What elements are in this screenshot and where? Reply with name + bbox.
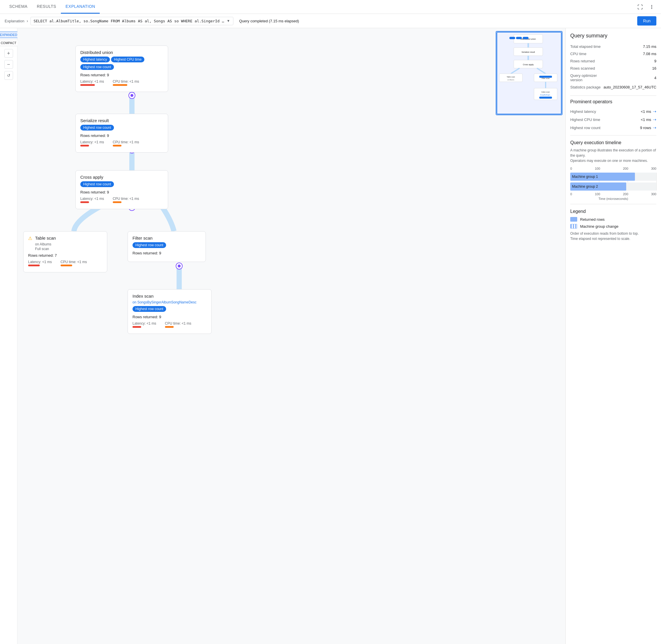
cpu-bar-du [113,84,127,86]
prominent-row: Highest latency <1 ms ⇢ [570,107,656,115]
cpu-bar-is [165,326,174,328]
summary-row: Rows scanned16 [570,65,656,72]
badge-highest-cpu: Highest CPU time [111,56,144,62]
metric-cpu-du: CPU time: <1 ms [113,79,139,86]
node-metrics-serialize: Latency: <1 ms CPU time: <1 ms [80,140,163,146]
metric-latency-label-ts: Latency: <1 ms [28,260,52,264]
node-metrics-index-scan: Latency: <1 ms CPU time: <1 ms [133,321,207,328]
node-sub-table-scan-2: Full scan [35,247,56,251]
badge-row-index-scan: Highest row count [133,306,207,314]
node-metrics-distributed-union: Latency: <1 ms CPU time: <1 ms [80,79,163,86]
summary-row-label: CPU time [570,50,604,58]
timeline-title: Query execution timeline [570,140,656,145]
prominent-link-icon[interactable]: ⇢ [653,125,656,130]
cpu-bar-sr [113,145,121,146]
tab-results[interactable]: RESULTS [32,0,61,14]
legend-box-returned-rows [570,217,577,222]
zoom-reset-button[interactable]: ↺ [4,71,13,80]
tab-icon-group [636,2,656,12]
latency-bar-ts [28,264,40,266]
summary-row: Total elapsed time7.15 ms [570,43,656,50]
node-sub-table-scan-1: on Albums [35,242,56,246]
zoom-out-button[interactable]: − [4,60,13,69]
summary-row-label: Rows returned [570,58,604,65]
badge-highest-row-ca: Highest row count [80,181,114,187]
query-selector[interactable]: SELECT al.AlbumTitle, so.SongName FROM A… [30,17,233,25]
node-rows-table-scan: Rows returned: 7 [28,253,102,258]
breadcrumb-label: Explanation [5,19,24,23]
zoom-in-button[interactable]: + [4,49,13,58]
summary-row-value: auto_20230608_17_57_46UTC [604,84,656,91]
svg-text:Serialize result: Serialize result [522,51,535,53]
metric-cpu-label-ts: CPU time: <1 ms [61,260,87,264]
node-rows-filter-scan: Rows returned: 9 [133,251,201,255]
prominent-link-icon[interactable]: ⇢ [653,109,656,114]
index-link[interactable]: on SongsBySingerAlbumSongNameDesc [133,300,196,304]
cpu-bar-ca [113,201,121,203]
svg-rect-15 [516,37,522,39]
timeline-desc-text: A machine group illustrates the executio… [570,148,656,163]
prominent-link-icon[interactable]: ⇢ [653,117,656,122]
divider-2 [570,135,656,136]
prominent-operators-title: Prominent operators [570,99,656,105]
timeline-section: Query execution timeline A machine group… [570,140,656,201]
prominent-value: <1 ms ⇢ [641,109,656,114]
timeline-bar-row-2: Machine group 2 [570,182,656,190]
node-rows-cross-apply: Rows returned: 9 [80,190,163,194]
fullscreen-button[interactable] [636,2,645,12]
summary-row: Query optimizer version4 [570,72,656,84]
summary-row: CPU time7.08 ms [570,50,656,58]
metric-latency-ca: Latency: <1 ms [80,197,104,203]
summary-row-value: 7.08 ms [604,50,656,58]
metric-cpu-label-is: CPU time: <1 ms [165,321,191,325]
prominent-operators-list: Highest latency <1 ms ⇢ Highest CPU time… [570,107,656,132]
summary-row: Rows returned9 [570,58,656,65]
metric-cpu-label-sr: CPU time: <1 ms [113,140,139,144]
node-title-table-scan: Table scan [35,235,56,240]
node-serialize-result: Serialize result Highest row count Rows … [75,114,168,153]
node-index-scan: Index scan on SongsBySingerAlbumSongName… [127,289,212,334]
timeline-desc: A machine group illustrates the executio… [570,148,656,163]
bottom-axis-100: 100 [595,192,600,196]
metric-cpu-sr: CPU time: <1 ms [113,140,139,146]
badge-row-serialize: Highest row count [80,125,163,132]
summary-row-value: 9 [604,58,656,65]
legend-item-returned-rows: Returned rows [570,217,656,222]
prominent-label: Highest latency [570,109,596,114]
legend-item-machine-group: Machine group change [570,224,656,229]
tab-schema[interactable]: SCHEMA [5,0,32,14]
tab-explanation[interactable]: EXPLANATION [61,0,100,14]
timeline-bar-1: Machine group 1 [570,172,635,181]
warning-icon-table-scan: ⚠ [28,235,32,241]
svg-point-3 [129,92,135,99]
legend-note: Order of execution reads from bottom to … [570,231,656,242]
svg-text:SongsBySinger...: SongsBySinger... [540,94,551,96]
prominent-row: Highest CPU time <1 ms ⇢ [570,115,656,123]
node-table-scan: ⚠ Table scan on Albums Full scan Rows re… [23,231,107,272]
metric-latency-label-du: Latency: <1 ms [80,79,104,84]
canvas[interactable]: Distributed union Highest latency Highes… [17,28,565,644]
query-text: SELECT al.AlbumTitle, so.SongName FROM A… [33,19,225,23]
node-title-serialize: Serialize result [80,118,163,123]
minimap[interactable]: Distributed union Serialize result Cross… [496,31,562,115]
svg-rect-30 [539,76,552,78]
svg-rect-35 [539,97,552,99]
metric-latency-ts: Latency: <1 ms [28,260,52,266]
badge-row-filter-scan: Highest row count [133,242,201,250]
summary-row-value: 16 [604,65,656,72]
badge-row-distributed-union: Highest latency Highest CPU time Highest… [80,56,163,72]
left-controls: EXPANDED COMPACT + − ↺ [0,28,17,644]
run-button[interactable]: Run [637,16,656,25]
metric-cpu-ca: CPU time: <1 ms [113,197,139,203]
legend-section: Legend Returned rows Machine group chang… [570,209,656,242]
badge-highest-row-is: Highest row count [133,306,166,312]
metric-cpu-ts: CPU time: <1 ms [61,260,87,266]
summary-row-value: 7.15 ms [604,43,656,50]
menu-button[interactable] [647,2,656,12]
metric-latency-is: Latency: <1 ms [133,321,156,328]
badge-row-cross-apply: Highest row count [80,181,163,189]
node-title-filter-scan: Filter scan [133,235,201,240]
timeline-bar-row-1: Machine group 1 [570,172,656,181]
timeline-chart: 0 100 200 300 [570,167,656,201]
node-sub-index-scan: on SongsBySingerAlbumSongNameDesc [133,300,207,304]
